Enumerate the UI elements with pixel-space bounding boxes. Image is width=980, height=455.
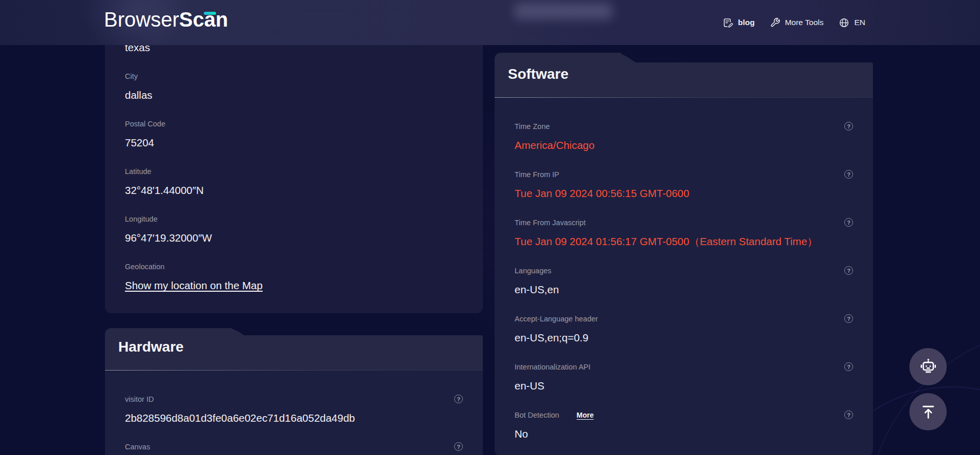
time-from-ip-help-icon[interactable]: ? (844, 170, 853, 179)
hardware-card-tab (105, 328, 483, 335)
city-value: dallas (125, 89, 463, 101)
hardware-tab-shape (105, 328, 231, 335)
logo-accent-bar: a (204, 9, 216, 30)
accept-language-help-icon[interactable]: ? (844, 314, 853, 323)
row-internationalization-api: Internationalization API ? en-US (515, 362, 853, 392)
time-from-javascript-value: Tue Jan 09 2024 01:56:17 GMT-0500（Easter… (515, 235, 853, 247)
longitude-label: Longitude (125, 214, 463, 224)
software-card-title: Software (495, 62, 873, 83)
visitor-id-value: 2b828596d8a01d3fe0a6e02ec71d16a052da49db (125, 412, 463, 424)
nav-language[interactable]: EN (839, 17, 865, 28)
postal-code-value: 75204 (125, 137, 463, 148)
visitor-id-help-icon[interactable]: ? (454, 395, 463, 403)
software-card-header-band: Software (495, 62, 873, 97)
row-time-from-javascript: Time From Javascript ? Tue Jan 09 2024 0… (515, 218, 853, 247)
internationalization-api-label: Internationalization API (515, 362, 853, 372)
canvas-help-icon[interactable]: ? (454, 442, 463, 451)
software-tab-shape (495, 53, 621, 62)
chat-robot-button[interactable] (909, 348, 947, 385)
row-time-zone: Time Zone ? America/Chicago (515, 121, 853, 151)
globe-icon (839, 17, 849, 28)
bot-detection-value: No (515, 428, 853, 440)
time-from-ip-value: Tue Jan 09 2024 00:56:15 GMT-0600 (515, 187, 853, 199)
canvas-label: Canvas (125, 442, 463, 452)
bot-detection-help-icon[interactable]: ? (844, 410, 853, 419)
row-languages: Languages ? en-US,en (515, 266, 853, 295)
software-card-tab (495, 53, 873, 62)
accept-language-value: en-US,en;q=0.9 (515, 332, 853, 343)
latitude-value: 32°48′1.44000″N (125, 184, 463, 196)
hardware-card: Hardware visitor ID ? 2b828596d8a01d3fe0… (105, 328, 483, 455)
scroll-to-top-button[interactable] (909, 393, 947, 430)
row-latitude: Latitude 32°48′1.44000″N (125, 166, 463, 196)
longitude-value: 96°47′19.32000″W (125, 232, 463, 244)
time-from-ip-label: Time From IP (515, 169, 853, 180)
hardware-card-header-band: Hardware (105, 335, 483, 370)
header-nav: blog More Tools EN (722, 0, 865, 45)
languages-help-icon[interactable]: ? (844, 266, 853, 275)
wrench-icon (770, 17, 780, 28)
postal-code-label: Postal Code (125, 119, 463, 129)
brand-logo[interactable]: BrowserScan (104, 9, 228, 30)
bot-detection-label: Bot DetectionMore (515, 410, 853, 420)
scroll-top-icon (920, 403, 937, 421)
city-label: City (125, 71, 463, 81)
time-zone-value: America/Chicago (515, 139, 853, 151)
row-time-from-ip: Time From IP ? Tue Jan 09 2024 00:56:15 … (515, 169, 853, 199)
row-bot-detection: Bot DetectionMore ? No (515, 410, 853, 440)
internationalization-api-value: en-US (515, 380, 853, 392)
nav-blog[interactable]: blog (722, 17, 755, 28)
time-from-javascript-help-icon[interactable]: ? (844, 218, 853, 227)
visitor-id-label: visitor ID (125, 394, 463, 404)
time-zone-label: Time Zone (515, 121, 853, 132)
robot-icon (919, 357, 938, 377)
row-accept-language: Accept-Language header ? en-US,en;q=0.9 (515, 314, 853, 343)
row-city: City dallas (125, 71, 463, 101)
languages-value: en-US,en (515, 284, 853, 295)
software-card: Software Time Zone ? America/Chicago Tim… (495, 53, 873, 455)
time-from-javascript-label: Time From Javascript (515, 218, 853, 228)
nav-more-tools[interactable]: More Tools (770, 17, 824, 28)
bot-detection-more-link[interactable]: More (577, 411, 593, 419)
geolocation-label: Geolocation (125, 262, 463, 272)
accept-language-label: Accept-Language header (515, 314, 853, 324)
blurred-ip-info (514, 3, 612, 19)
languages-label: Languages (515, 266, 853, 276)
row-postal-code: Postal Code 75204 (125, 119, 463, 148)
row-geolocation: Geolocation Show my location on the Map (125, 262, 463, 291)
row-visitor-id: visitor ID ? 2b828596d8a01d3fe0a6e02ec71… (125, 394, 463, 424)
time-zone-help-icon[interactable]: ? (844, 122, 853, 131)
row-longitude: Longitude 96°47′19.32000″W (125, 214, 463, 244)
row-canvas: Canvas ? (125, 442, 463, 452)
internationalization-api-help-icon[interactable]: ? (844, 362, 853, 371)
hardware-card-title: Hardware (105, 335, 483, 356)
location-card: texas City dallas Postal Code 75204 Lati… (105, 0, 483, 313)
blog-icon (722, 17, 733, 28)
show-location-link[interactable]: Show my location on the Map (125, 279, 463, 291)
header: BrowserScan blog More Tools EN (0, 0, 980, 45)
latitude-label: Latitude (125, 166, 463, 177)
